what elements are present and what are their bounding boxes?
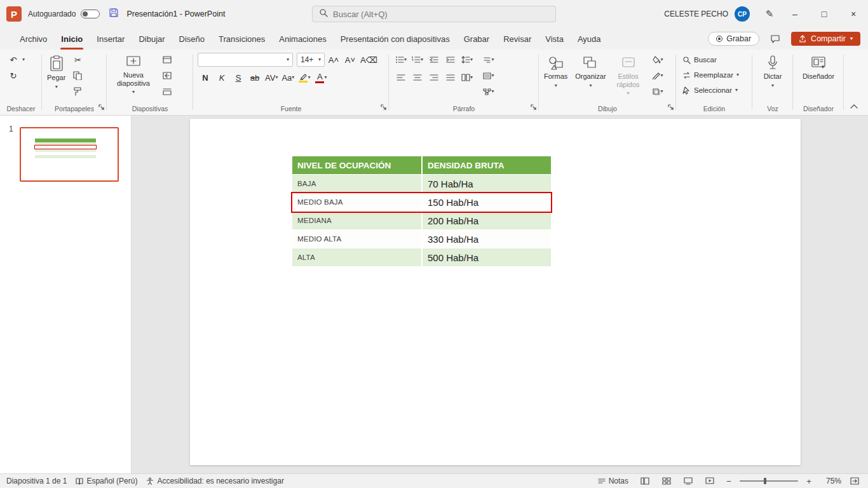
numbering-button[interactable]: ▾ (410, 53, 425, 67)
slide-table[interactable]: NIVEL DE OCUPACIÓN DENSIDAD BRUTA BAJA 7… (292, 156, 551, 267)
accessibility-status[interactable]: Accesibilidad: es necesario investigar (146, 477, 283, 485)
copy-icon[interactable] (70, 69, 85, 83)
columns-button[interactable]: ▾ (459, 71, 475, 85)
bullets-button[interactable]: ▾ (393, 53, 409, 67)
dialog-launcher-icon[interactable] (98, 101, 104, 112)
section-icon[interactable] (159, 85, 175, 98)
formas-button[interactable]: Formas ▾ (541, 53, 571, 90)
chevron-down-icon[interactable]: ▾ (22, 57, 25, 62)
align-center-button[interactable] (410, 71, 425, 85)
underline-button[interactable]: S (231, 71, 246, 85)
slide[interactable]: NIVEL DE OCUPACIÓN DENSIDAD BRUTA BAJA 7… (190, 119, 801, 465)
reemplazar-button[interactable]: Reemplazar ▾ (679, 68, 742, 82)
zoom-slider[interactable] (740, 480, 798, 482)
shape-fill-icon[interactable]: ▾ (650, 53, 665, 67)
shape-effects-icon[interactable]: ▾ (650, 85, 665, 98)
powerpoint-app-icon[interactable]: P (6, 6, 22, 22)
font-color-button[interactable]: A ▾ (313, 71, 329, 85)
slideshow-view-icon[interactable] (702, 475, 718, 488)
avatar[interactable]: CP (735, 6, 750, 22)
zoom-slider-thumb[interactable] (764, 478, 766, 484)
close-button[interactable]: × (839, 0, 868, 28)
tab-dibujar[interactable]: Dibujar (132, 28, 172, 50)
collapse-ribbon-icon[interactable] (850, 100, 858, 111)
fit-slide-to-window-icon[interactable] (846, 475, 863, 488)
zoom-in-button[interactable]: + (803, 475, 815, 488)
font-name-combo[interactable]: ▾ (198, 53, 293, 67)
format-painter-icon[interactable] (70, 85, 85, 98)
slide-thumbnail-panel[interactable]: 1 (0, 116, 132, 473)
comments-icon[interactable] (766, 30, 785, 47)
slide-thumbnail[interactable] (20, 127, 119, 182)
text-highlight-button[interactable]: ▾ (297, 71, 312, 85)
shrink-font-button[interactable]: A˅ (342, 53, 358, 67)
justify-button[interactable] (443, 71, 458, 85)
redo-button[interactable]: ↻ (6, 69, 21, 83)
dialog-launcher-icon[interactable] (668, 101, 674, 112)
search-bar[interactable] (312, 6, 556, 22)
character-spacing-button[interactable]: AV▾ (264, 71, 279, 85)
line-spacing-button[interactable]: ▾ (459, 53, 475, 67)
pegar-button[interactable]: Pegar ▾ (44, 53, 69, 91)
dialog-launcher-icon[interactable] (381, 101, 386, 112)
search-input[interactable] (333, 10, 524, 19)
align-text-button[interactable]: ▾ (481, 69, 496, 83)
undo-button[interactable]: ↶ (6, 53, 21, 67)
table-row[interactable]: MEDIO ALTA 330 Hab/Ha (292, 230, 551, 248)
minimize-button[interactable]: – (780, 0, 810, 28)
decrease-indent-button[interactable] (426, 53, 442, 67)
grabar-button[interactable]: Grabar (708, 32, 759, 46)
slide-sorter-view-icon[interactable] (658, 475, 675, 488)
table-row[interactable]: ALTA 500 Hab/Ha (292, 248, 551, 267)
normal-view-icon[interactable] (637, 475, 653, 488)
notes-button[interactable]: Notas (595, 475, 632, 488)
zoom-level[interactable]: 75% (820, 477, 841, 485)
align-right-button[interactable] (426, 71, 442, 85)
tab-transiciones[interactable]: Transiciones (212, 28, 272, 50)
language-indicator[interactable]: Español (Perú) (76, 477, 137, 485)
dialog-launcher-icon[interactable] (531, 101, 536, 112)
tab-archivo[interactable]: Archivo (13, 28, 54, 50)
shape-outline-icon[interactable]: ▾ (650, 69, 665, 83)
font-size-combo[interactable]: 14+ ▾ (297, 53, 325, 67)
table-row[interactable]: MEDIANA 200 Hab/Ha (292, 212, 551, 230)
buscar-button[interactable]: Buscar (679, 53, 720, 67)
disenador-button[interactable]: Diseñador (799, 53, 837, 82)
align-left-button[interactable] (393, 71, 409, 85)
layout-icon[interactable] (159, 53, 175, 67)
reset-slide-icon[interactable] (159, 69, 175, 83)
slide-counter[interactable]: Diapositiva 1 de 1 (6, 477, 67, 485)
dictar-button[interactable]: Dictar ▾ (761, 53, 785, 90)
tab-vista[interactable]: Vista (538, 28, 571, 50)
increase-indent-button[interactable] (443, 53, 458, 67)
organizar-button[interactable]: Organizar ▾ (572, 53, 609, 90)
cut-icon[interactable]: ✂ (70, 53, 85, 67)
pen-mode-icon[interactable]: ✎ (759, 0, 780, 28)
grow-font-button[interactable]: A˄ (326, 53, 341, 67)
table-header-cell[interactable]: DENSIDAD BRUTA (423, 156, 551, 174)
italic-button[interactable]: K (214, 71, 229, 85)
slide-canvas-area[interactable]: NIVEL DE OCUPACIÓN DENSIDAD BRUTA BAJA 7… (132, 116, 868, 473)
tab-ayuda[interactable]: Ayuda (571, 28, 608, 50)
smartart-button[interactable]: ▾ (481, 85, 496, 98)
tab-presentacion[interactable]: Presentación con diapositivas (334, 28, 457, 50)
tab-grabar[interactable]: Grabar (457, 28, 496, 50)
tab-insertar[interactable]: Insertar (90, 28, 132, 50)
autosave-toggle[interactable] (81, 10, 100, 18)
table-row[interactable]: BAJA 70 Hab/Ha (292, 175, 551, 193)
zoom-out-button[interactable]: − (723, 475, 735, 488)
strikethrough-button[interactable]: ab (247, 71, 262, 85)
text-direction-button[interactable]: ▾ (481, 53, 496, 67)
table-row-selected[interactable]: MEDIO BAJA 150 Hab/Ha (292, 193, 551, 212)
table-header-cell[interactable]: NIVEL DE OCUPACIÓN (292, 156, 423, 174)
bold-button[interactable]: N (198, 71, 213, 85)
maximize-button[interactable]: □ (810, 0, 839, 28)
change-case-button[interactable]: Aa▾ (280, 71, 295, 85)
seleccionar-button[interactable]: Seleccionar ▾ (679, 83, 741, 97)
save-icon[interactable] (109, 8, 119, 20)
tab-inicio[interactable]: Inicio (54, 28, 90, 50)
tab-revisar[interactable]: Revisar (496, 28, 538, 50)
tab-animaciones[interactable]: Animaciones (272, 28, 333, 50)
reading-view-icon[interactable] (680, 475, 696, 488)
tab-diseno[interactable]: Diseño (172, 28, 212, 50)
